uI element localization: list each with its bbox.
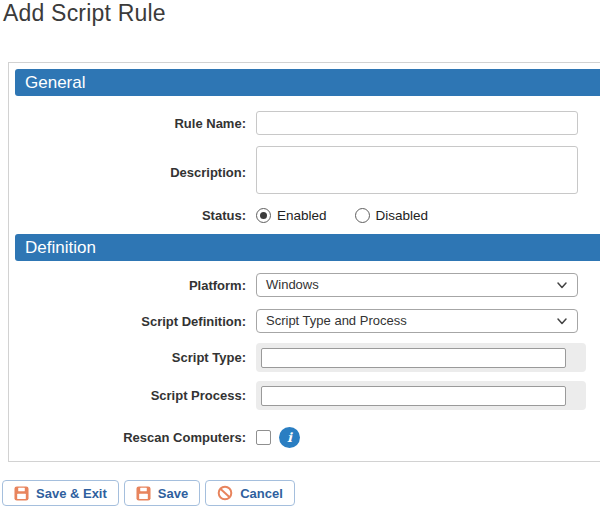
script-type-field-wrap [256, 343, 586, 372]
platform-select[interactable]: Windows [256, 273, 578, 297]
description-textarea[interactable] [256, 146, 578, 194]
cancel-button[interactable]: Cancel [205, 480, 295, 506]
chevron-down-icon [556, 315, 568, 327]
script-type-input[interactable] [261, 348, 566, 368]
script-process-input[interactable] [261, 386, 566, 406]
script-definition-label: Script Definition: [9, 314, 256, 329]
status-disabled-label[interactable]: Disabled [376, 208, 429, 223]
script-process-label: Script Process: [9, 388, 256, 403]
script-definition-row: Script Definition: Script Type and Proce… [9, 309, 600, 333]
description-row: Description: [9, 146, 600, 198]
prohibition-icon [217, 485, 233, 501]
status-enabled-radio[interactable] [256, 208, 271, 223]
status-enabled-label[interactable]: Enabled [277, 208, 327, 223]
section-header-general: General [15, 69, 600, 96]
section-header-definition: Definition [15, 234, 600, 261]
rescan-computers-label: Rescan Computers: [9, 430, 256, 445]
rule-name-label: Rule Name: [9, 116, 256, 131]
script-process-field-wrap [256, 381, 586, 410]
platform-label: Platform: [9, 278, 256, 293]
floppy-disk-icon [136, 486, 151, 501]
script-definition-select[interactable]: Script Type and Process [256, 309, 578, 333]
rule-name-input[interactable] [256, 111, 578, 135]
save-button[interactable]: Save [124, 480, 200, 506]
script-definition-select-value: Script Type and Process [266, 313, 407, 328]
add-script-rule-form: General Rule Name: Description: Status: … [8, 62, 600, 462]
page-title: Add Script Rule [3, 0, 166, 27]
info-icon[interactable]: i [279, 427, 300, 448]
save-button-label: Save [158, 486, 188, 501]
platform-row: Platform: Windows [9, 273, 600, 297]
status-disabled-radio[interactable] [355, 208, 370, 223]
description-label: Description: [9, 165, 256, 180]
script-type-label: Script Type: [9, 350, 256, 365]
footer-toolbar: Save & Exit Save Cancel [2, 480, 295, 506]
status-label: Status: [9, 208, 256, 223]
floppy-disk-icon [14, 486, 29, 501]
rescan-computers-checkbox[interactable] [256, 430, 271, 445]
rescan-computers-row: Rescan Computers: i [9, 426, 600, 448]
script-process-row: Script Process: [9, 381, 600, 410]
save-exit-button-label: Save & Exit [36, 486, 107, 501]
status-radio-group: Enabled Disabled [256, 208, 442, 223]
status-row: Status: Enabled Disabled [9, 206, 600, 224]
platform-select-value: Windows [266, 277, 319, 292]
chevron-down-icon [556, 279, 568, 291]
script-type-row: Script Type: [9, 343, 600, 372]
rule-name-row: Rule Name: [9, 111, 600, 135]
cancel-button-label: Cancel [240, 486, 283, 501]
save-exit-button[interactable]: Save & Exit [2, 480, 119, 506]
